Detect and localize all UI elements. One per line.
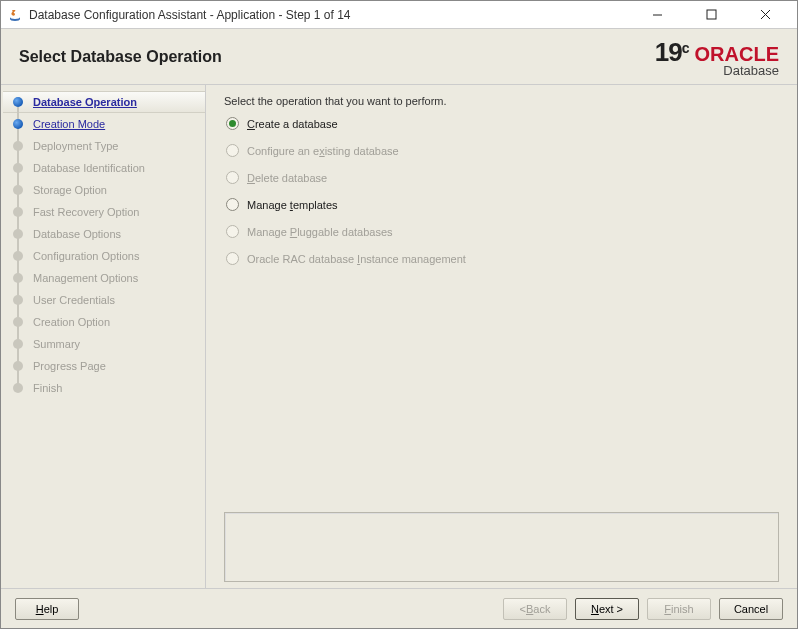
minimize-button[interactable] [639,5,675,25]
main-area: Database OperationCreation ModeDeploymen… [1,85,797,588]
option-label: Manage Pluggable databases [247,226,393,238]
step-dot-icon [13,229,23,239]
wizard-step: Finish [3,377,205,399]
option-label: Oracle RAC database Instance management [247,253,466,265]
operation-option: Configure an existing database [226,144,779,157]
step-dot-icon [13,361,23,371]
step-label: Database Options [33,228,121,240]
operation-options: Create a databaseConfigure an existing d… [226,117,779,265]
step-label: Management Options [33,272,138,284]
option-label: Create a database [247,118,338,130]
step-label: Creation Option [33,316,110,328]
wizard-step: Creation Option [3,311,205,333]
radio-icon[interactable] [226,198,239,211]
cancel-button[interactable]: Cancel [719,598,783,620]
option-label: Manage templates [247,199,338,211]
operation-prompt: Select the operation that you want to pe… [224,95,779,107]
radio-icon [226,225,239,238]
wizard-footer: Help < Back Next > Finish Cancel [1,588,797,628]
operation-option: Oracle RAC database Instance management [226,252,779,265]
wizard-step: Fast Recovery Option [3,201,205,223]
operation-option[interactable]: Manage templates [226,198,779,211]
wizard-step: Database Identification [3,157,205,179]
step-label: Database Operation [33,96,137,108]
wizard-step: Configuration Options [3,245,205,267]
svg-rect-1 [707,10,716,19]
step-label: Deployment Type [33,140,118,152]
wizard-header: Select Database Operation 19c ORACLE Dat… [1,29,797,85]
next-button[interactable]: Next > [575,598,639,620]
finish-button: Finish [647,598,711,620]
step-dot-icon [13,339,23,349]
step-dot-icon [13,185,23,195]
step-label: User Credentials [33,294,115,306]
step-dot-icon [13,119,23,129]
operation-option: Manage Pluggable databases [226,225,779,238]
step-label: Configuration Options [33,250,139,262]
message-area [224,512,779,582]
step-dot-icon [13,317,23,327]
title-bar: Database Configuration Assistant - Appli… [1,1,797,29]
version-label: 19c [655,37,689,68]
step-dot-icon [13,251,23,261]
maximize-button[interactable] [693,5,729,25]
radio-icon [226,252,239,265]
brand-name: ORACLE [695,44,779,64]
wizard-steps-sidebar: Database OperationCreation ModeDeploymen… [1,85,206,588]
step-dot-icon [13,207,23,217]
option-label: Delete database [247,172,327,184]
step-dot-icon [13,141,23,151]
step-label: Finish [33,382,62,394]
step-dot-icon [13,273,23,283]
step-dot-icon [13,163,23,173]
step-dot-icon [13,383,23,393]
step-label: Creation Mode [33,118,105,130]
operation-option[interactable]: Create a database [226,117,779,130]
step-dot-icon [13,97,23,107]
wizard-step: Summary [3,333,205,355]
java-icon [7,7,23,23]
step-label: Progress Page [33,360,106,372]
wizard-step[interactable]: Database Operation [3,91,205,113]
operation-option: Delete database [226,171,779,184]
content-pane: Select the operation that you want to pe… [206,85,797,588]
radio-icon [226,171,239,184]
step-label: Database Identification [33,162,145,174]
wizard-step: Deployment Type [3,135,205,157]
radio-icon [226,144,239,157]
wizard-step: Management Options [3,267,205,289]
back-button: < Back [503,598,567,620]
radio-icon[interactable] [226,117,239,130]
step-label: Summary [33,338,80,350]
step-label: Fast Recovery Option [33,206,139,218]
window-title: Database Configuration Assistant - Appli… [29,8,351,22]
step-label: Storage Option [33,184,107,196]
brand-sub: Database [695,64,779,77]
step-dot-icon [13,295,23,305]
help-button[interactable]: Help [15,598,79,620]
close-button[interactable] [747,5,783,25]
wizard-step: Progress Page [3,355,205,377]
option-label: Configure an existing database [247,145,399,157]
window-controls [639,5,791,25]
wizard-step[interactable]: Creation Mode [3,113,205,135]
wizard-step: Database Options [3,223,205,245]
oracle-brand: 19c ORACLE Database [655,37,779,77]
page-title: Select Database Operation [19,48,222,66]
wizard-step: Storage Option [3,179,205,201]
wizard-step: User Credentials [3,289,205,311]
